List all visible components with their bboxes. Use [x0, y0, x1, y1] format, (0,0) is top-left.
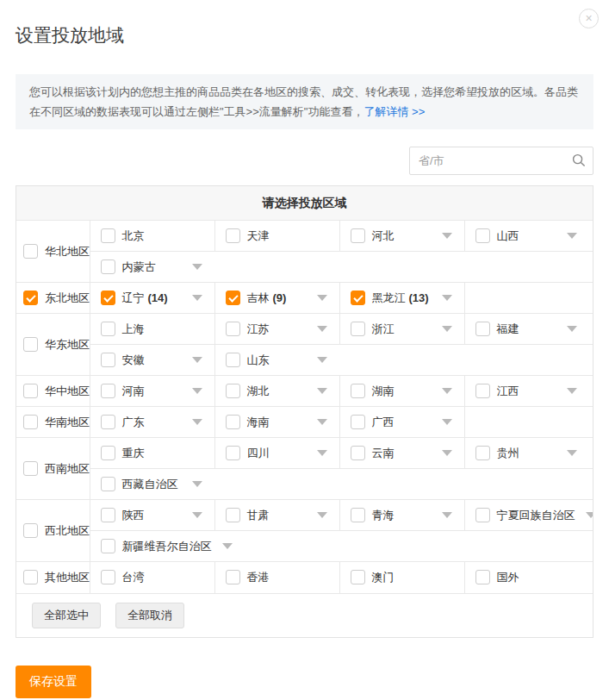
- dropdown-arrow-icon[interactable]: [317, 512, 327, 518]
- search-box: [409, 147, 593, 175]
- dropdown-arrow-icon[interactable]: [567, 233, 577, 239]
- region-checkbox[interactable]: [23, 461, 38, 476]
- province-checkbox[interactable]: [101, 508, 115, 522]
- dropdown-arrow-icon[interactable]: [222, 543, 233, 549]
- dropdown-arrow-icon[interactable]: [192, 264, 202, 270]
- province-checkbox[interactable]: [101, 353, 115, 367]
- dropdown-arrow-icon[interactable]: [442, 295, 452, 301]
- dropdown-arrow-icon[interactable]: [567, 326, 577, 332]
- dropdown-arrow-icon[interactable]: [192, 295, 202, 301]
- province-label: 贵州: [497, 446, 519, 461]
- province-label: 安徽: [122, 353, 145, 368]
- dropdown-arrow-icon[interactable]: [317, 357, 327, 363]
- province-checkbox[interactable]: [351, 228, 365, 243]
- province-checkbox[interactable]: [101, 291, 115, 305]
- region-checkbox[interactable]: [23, 337, 38, 352]
- province-checkbox[interactable]: [101, 384, 115, 398]
- dropdown-arrow-icon[interactable]: [317, 295, 327, 301]
- province-checkbox[interactable]: [475, 384, 490, 398]
- province-checkbox[interactable]: [101, 322, 115, 336]
- dropdown-arrow-icon[interactable]: [442, 388, 452, 394]
- region-checkbox[interactable]: [23, 244, 38, 259]
- region-checkbox[interactable]: [23, 415, 38, 429]
- province-checkbox[interactable]: [101, 446, 115, 460]
- region-checkbox[interactable]: [23, 291, 38, 305]
- region-checkbox[interactable]: [23, 384, 38, 398]
- dropdown-arrow-icon[interactable]: [442, 450, 452, 456]
- province-checkbox[interactable]: [351, 570, 365, 584]
- province-checkbox[interactable]: [475, 228, 490, 243]
- search-icon[interactable]: [572, 153, 586, 167]
- table-row: 华南地区 广东 海南 广西: [16, 407, 593, 438]
- province-label: 云南: [372, 446, 395, 461]
- province-label: 重庆: [122, 446, 145, 461]
- province-label: 湖北: [247, 384, 270, 399]
- province-label: 内蒙古: [122, 259, 156, 275]
- province-checkbox[interactable]: [226, 291, 240, 305]
- selected-count: (14): [148, 291, 168, 304]
- dropdown-arrow-icon[interactable]: [192, 481, 202, 487]
- dropdown-arrow-icon[interactable]: [192, 357, 202, 363]
- region-checkbox[interactable]: [23, 570, 38, 584]
- learn-more-link[interactable]: 了解详情 >>: [364, 105, 425, 118]
- dropdown-arrow-icon[interactable]: [317, 419, 327, 425]
- province-checkbox[interactable]: [351, 384, 365, 398]
- dropdown-arrow-icon[interactable]: [586, 512, 593, 518]
- province-checkbox[interactable]: [351, 446, 365, 460]
- province-label: 黑龙江: [372, 291, 406, 306]
- dropdown-arrow-icon[interactable]: [192, 388, 202, 394]
- table-row: 华北地区 北京 天津 河北 山西: [16, 221, 593, 252]
- province-label: 青海: [372, 508, 395, 523]
- province-checkbox[interactable]: [226, 384, 240, 398]
- dropdown-arrow-icon[interactable]: [192, 512, 202, 518]
- province-checkbox[interactable]: [226, 322, 240, 336]
- province-checkbox[interactable]: [475, 322, 490, 336]
- region-checkbox[interactable]: [23, 523, 38, 538]
- province-checkbox[interactable]: [226, 228, 240, 243]
- dropdown-arrow-icon[interactable]: [317, 450, 327, 456]
- province-checkbox[interactable]: [101, 477, 115, 491]
- province-checkbox[interactable]: [226, 446, 240, 460]
- table-footer: 全部选中 全部取消: [16, 593, 593, 637]
- dropdown-arrow-icon[interactable]: [442, 326, 452, 332]
- dropdown-arrow-icon[interactable]: [442, 419, 452, 425]
- province-checkbox[interactable]: [101, 570, 115, 584]
- province-checkbox[interactable]: [101, 539, 115, 553]
- region-label: 其他地区: [45, 570, 90, 585]
- province-checkbox[interactable]: [475, 508, 490, 522]
- province-checkbox[interactable]: [101, 415, 115, 429]
- province-label: 吉林: [247, 291, 270, 306]
- province-checkbox[interactable]: [226, 508, 240, 522]
- province-checkbox[interactable]: [351, 291, 365, 305]
- save-settings-button[interactable]: 保存设置: [16, 666, 91, 698]
- dropdown-arrow-icon[interactable]: [442, 512, 452, 518]
- province-checkbox[interactable]: [475, 446, 490, 460]
- cancel-all-button[interactable]: 全部取消: [115, 603, 184, 628]
- selected-count: (13): [409, 291, 429, 304]
- province-checkbox[interactable]: [226, 353, 240, 367]
- table-row: 东北地区 辽宁(14) 吉林(9) 黑龙江(13): [16, 283, 593, 314]
- search-input[interactable]: [409, 147, 593, 175]
- region-cell-southwest: 西南地区: [16, 438, 90, 500]
- province-checkbox[interactable]: [226, 570, 240, 584]
- close-icon[interactable]: ×: [579, 9, 599, 28]
- dropdown-arrow-icon[interactable]: [442, 233, 452, 239]
- province-checkbox[interactable]: [101, 228, 115, 243]
- page-title: 设置投放地域: [16, 0, 593, 47]
- dropdown-arrow-icon[interactable]: [317, 326, 327, 332]
- province-checkbox[interactable]: [351, 415, 365, 429]
- dropdown-arrow-icon[interactable]: [567, 388, 577, 394]
- select-all-button[interactable]: 全部选中: [32, 603, 101, 628]
- province-label: 西藏自治区: [122, 477, 178, 492]
- province-checkbox[interactable]: [226, 415, 240, 429]
- table-header: 请选择投放区域: [16, 186, 593, 221]
- province-checkbox[interactable]: [351, 508, 365, 522]
- region-table-container: 请选择投放区域 华北地区 北京 天津 河北 山西 内蒙古 东北地区 辽宁(14)…: [16, 185, 593, 638]
- province-checkbox[interactable]: [351, 322, 365, 336]
- dropdown-arrow-icon[interactable]: [567, 450, 577, 456]
- province-checkbox[interactable]: [475, 570, 490, 584]
- region-cell-other: 其他地区: [16, 562, 90, 593]
- dropdown-arrow-icon[interactable]: [317, 388, 327, 394]
- province-checkbox[interactable]: [101, 259, 115, 274]
- dropdown-arrow-icon[interactable]: [192, 419, 202, 425]
